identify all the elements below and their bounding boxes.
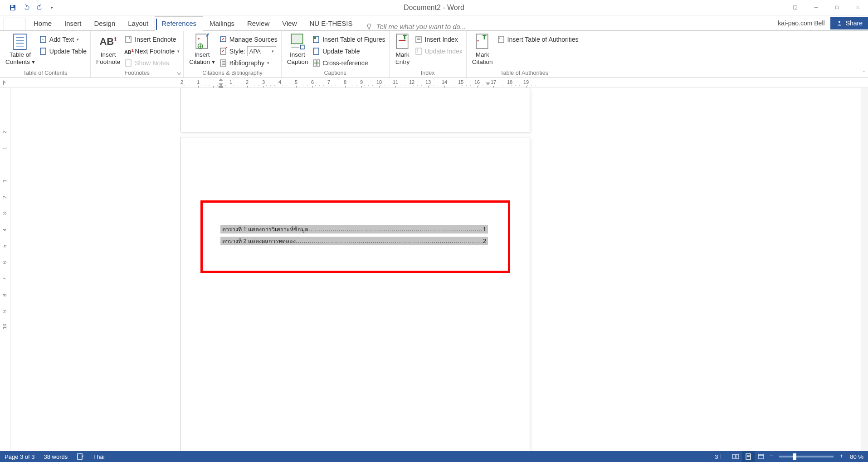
vertical-ruler[interactable]: 2112345678910 [0,88,11,451]
tof-entry-1[interactable]: ตารางที่ 1 แสดงการวิเคราะห์ข้อมูล ......… [220,225,488,233]
insert-index-button[interactable]: Insert Index [415,34,463,45]
ruler-mark: 8 [344,79,346,85]
update-toc-button[interactable]: !Update Table [39,46,87,57]
mark-citation-label: Mark Citation [472,51,493,65]
tab-references[interactable]: References [155,16,203,30]
next-footnote-icon: AB1 [125,47,133,55]
page-current[interactable] [180,137,530,451]
insert-citation-button[interactable]: Insert Citation ▾ [187,32,217,66]
title-bar: ▾ Document2 - Word [0,0,868,15]
close-icon[interactable] [847,1,868,15]
footnotes-launcher-icon[interactable]: ⇲ [176,71,182,76]
collapse-ribbon-icon[interactable]: ˄ [863,70,865,77]
document-canvas[interactable]: ตารางที่ 1 แสดงการวิเคราะห์ข้อมูล ......… [11,88,868,451]
vertical-scrollbar[interactable] [861,88,868,451]
update-captions-button[interactable]: !Update Table [312,46,385,57]
hanging-indent-marker[interactable] [219,83,223,88]
share-button[interactable]: Share [830,17,868,29]
tof-entry-2-page: 2 [483,238,486,244]
first-line-indent-marker[interactable] [219,78,223,81]
horizontal-ruler[interactable]: 2112345678910111213141516171819 [0,78,868,88]
ruler-mark: 6 [311,79,314,85]
svg-rect-19 [126,36,131,43]
page-indicator[interactable]: Page 3 of 3 [0,451,39,462]
insert-toa-button[interactable]: Insert Table of Authorities [497,34,579,45]
zoom-slider[interactable] [779,456,834,457]
ruler-mark: 7 [327,79,330,85]
insert-citation-label: Insert Citation ▾ [189,51,215,65]
tab-design[interactable]: Design [88,17,122,30]
tab-nu-e-thesis[interactable]: NU E-THESIS [303,17,359,30]
update-index-label: Update Index [425,48,463,55]
redo-icon[interactable] [35,3,44,12]
caption-icon [290,33,305,50]
citation-icon [195,33,210,50]
style-value: APA [249,48,261,55]
bibliography-button[interactable]: Bibliography▾ [219,58,278,68]
ruler-scale: 2112345678910111213141516171819 [180,78,868,88]
svg-rect-3 [793,6,797,10]
web-layout-icon[interactable] [755,451,767,462]
insert-caption-button[interactable]: Insert Caption [285,32,310,66]
right-indent-marker[interactable] [486,78,490,85]
insert-footnote-button[interactable]: AB1 Insert Footnote [94,32,122,66]
update-toc-label: Update Table [49,48,87,55]
toa-group-label: Table of Authorities [470,69,579,78]
svg-text:!: ! [314,49,316,53]
language-indicator[interactable]: Thai [88,451,109,462]
insert-endnote-button[interactable]: iInsert Endnote [125,34,180,45]
svg-point-8 [368,24,371,28]
svg-point-9 [839,21,840,23]
show-notes-label: Show Notes [135,59,169,67]
update-captions-icon: ! [312,47,321,55]
endnote-label: Insert Endnote [135,36,176,43]
tab-mailings[interactable]: Mailings [203,17,241,30]
mark-citation-icon [475,33,490,50]
style-combobox[interactable]: APA▾ [247,46,276,56]
next-footnote-button[interactable]: AB1Next Footnote▾ [125,46,180,57]
mark-citation-button[interactable]: Mark Citation [470,32,495,66]
citation-style[interactable]: Style: APA▾ [219,46,278,57]
tab-review[interactable]: Review [241,17,276,30]
tab-view[interactable]: View [276,17,303,30]
tab-layout[interactable]: Layout [122,17,155,30]
tof-entry-2[interactable]: ตารางที่ 2 แสดงผลการทดลอง ..............… [220,237,488,245]
zoom-level[interactable]: 80 % [845,451,868,462]
file-tab[interactable] [4,18,25,30]
tell-me[interactable]: Tell me what you want to do... [365,22,466,30]
maximize-icon[interactable] [826,1,847,15]
ruler-mark: 3 [262,79,265,85]
tab-insert[interactable]: Insert [58,17,88,30]
ribbon-options-icon[interactable] [785,1,805,15]
add-text-icon: + [39,35,48,44]
manage-sources-button[interactable]: Manage Sources [219,34,278,45]
insert-tof-button[interactable]: Insert Table of Figures [312,34,385,45]
track-status[interactable]: 3⎸ [710,451,729,462]
ruler-mark: 2 [246,79,249,85]
vruler-mark: 1 [2,147,7,150]
cross-reference-button[interactable]: Cross-reference [312,58,385,68]
minimize-icon[interactable] [805,1,826,15]
crossref-label: Cross-reference [322,59,368,67]
zoom-out-button[interactable]: − [767,452,775,461]
qat-customize[interactable]: ▾ [51,5,53,10]
mark-entry-button[interactable]: Mark Entry [393,32,412,66]
spellcheck-icon[interactable] [72,451,88,462]
ruler-mark: 13 [425,79,431,85]
save-icon[interactable] [8,3,17,12]
insert-toa-icon [497,35,506,44]
footnotes-group-label: Footnotes [94,69,180,78]
read-mode-icon[interactable] [729,451,742,462]
table-of-contents-button[interactable]: Table of Contents ▾ [4,32,37,66]
svg-rect-49 [732,454,735,459]
word-count[interactable]: 38 words [39,451,73,462]
print-layout-icon[interactable] [742,451,755,462]
zoom-thumb[interactable] [793,453,796,460]
undo-icon[interactable] [22,3,31,12]
zoom-in-button[interactable]: + [837,452,845,461]
account-name[interactable]: kai-pao.com Bell [772,19,830,27]
window-controls [785,1,868,15]
add-text-button[interactable]: +Add Text▾ [39,34,87,45]
group-toc: Table of Contents ▾ +Add Text▾ !Update T… [0,31,91,78]
tab-home[interactable]: Home [27,17,58,30]
